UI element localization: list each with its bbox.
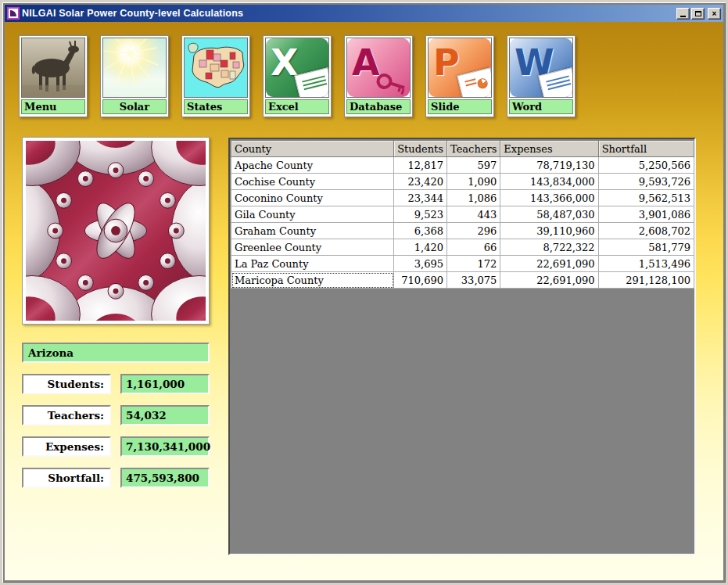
cell-shortfall[interactable]: 9,562,513 xyxy=(598,190,694,206)
cell-shortfall[interactable]: 581,779 xyxy=(598,239,694,256)
menu-button-label: Menu xyxy=(21,99,85,114)
cell-teachers[interactable]: 66 xyxy=(447,239,500,256)
cell-expenses[interactable]: 58,487,030 xyxy=(500,206,598,223)
cell-students[interactable]: 710,690 xyxy=(394,272,447,289)
powerpoint-page-glyph xyxy=(457,67,491,97)
cell-shortfall[interactable]: 291,128,100 xyxy=(598,272,694,289)
us-map-icon xyxy=(184,38,248,98)
cell-county[interactable]: La Paz County xyxy=(231,256,394,272)
database-button[interactable]: A Database xyxy=(344,35,413,117)
shortfall-value: 475,593,800 xyxy=(120,468,210,488)
table-row[interactable]: Apache County 12,817 597 78,719,130 5,25… xyxy=(231,157,694,174)
cell-expenses[interactable]: 22,691,090 xyxy=(500,256,598,272)
powerpoint-letter: P xyxy=(433,38,460,89)
teachers-value: 54,032 xyxy=(120,405,210,425)
menu-button[interactable]: Menu xyxy=(19,35,88,117)
slide-button[interactable]: P Slide xyxy=(425,35,494,117)
word-button[interactable]: W Word xyxy=(507,35,576,117)
excel-icon: X xyxy=(265,38,329,98)
cell-expenses[interactable]: 143,834,000 xyxy=(500,174,598,190)
title-bar: NILGAI Solar Power County-level Calculat… xyxy=(5,5,723,22)
cell-students[interactable]: 23,344 xyxy=(394,190,447,206)
maximize-icon xyxy=(695,11,701,16)
cell-teachers[interactable]: 597 xyxy=(447,157,500,174)
cell-shortfall[interactable]: 5,250,566 xyxy=(598,157,694,174)
access-icon: A xyxy=(346,38,411,98)
cell-students[interactable]: 1,420 xyxy=(394,239,447,256)
table-row[interactable]: Coconino County 23,344 1,086 143,366,000… xyxy=(231,190,694,206)
solar-button-label: Solar xyxy=(102,99,167,114)
table-row[interactable]: Graham County 6,368 296 39,110,960 2,608… xyxy=(231,223,694,239)
minimize-icon xyxy=(680,16,686,17)
cell-shortfall[interactable]: 1,513,496 xyxy=(598,256,694,272)
header-students: Students xyxy=(394,141,447,157)
cell-teachers[interactable]: 1,086 xyxy=(447,190,500,206)
header-teachers: Teachers xyxy=(447,141,500,157)
slide-button-label: Slide xyxy=(428,99,492,114)
minimize-button[interactable] xyxy=(676,8,690,20)
students-label: Students: xyxy=(22,374,111,394)
table-row[interactable]: Greenlee County 1,420 66 8,722,322 581,7… xyxy=(231,239,694,256)
states-button[interactable]: States xyxy=(181,35,250,117)
county-grid-panel[interactable]: County Students Teachers Expenses Shortf… xyxy=(228,138,696,555)
excel-button-label: Excel xyxy=(265,99,329,114)
cell-county[interactable]: Gila County xyxy=(231,206,394,223)
cell-students[interactable]: 6,368 xyxy=(394,223,447,239)
sun-icon xyxy=(102,38,167,98)
cell-county[interactable]: Cochise County xyxy=(231,174,394,190)
excel-button[interactable]: X Excel xyxy=(263,35,332,117)
cell-teachers[interactable]: 443 xyxy=(447,206,500,223)
teachers-label: Teachers: xyxy=(22,405,111,425)
close-button[interactable]: × xyxy=(708,8,721,20)
cell-county-selected[interactable]: Maricopa County xyxy=(231,272,394,289)
state-name-label: Arizona xyxy=(22,343,210,363)
table-row[interactable]: Cochise County 23,420 1,090 143,834,000 … xyxy=(231,174,694,190)
excel-page-glyph xyxy=(294,67,328,97)
expenses-value: 7,130,341,000 xyxy=(120,436,210,457)
word-icon: W xyxy=(509,38,573,98)
cell-shortfall[interactable]: 3,901,086 xyxy=(598,206,694,223)
cell-students[interactable]: 3,695 xyxy=(394,256,447,272)
cell-expenses[interactable]: 8,722,322 xyxy=(500,239,598,256)
cell-county[interactable]: Apache County xyxy=(231,157,394,174)
maximize-button[interactable] xyxy=(691,8,705,20)
cell-county[interactable]: Coconino County xyxy=(231,190,394,206)
cell-teachers[interactable]: 1,090 xyxy=(447,174,500,190)
cell-shortfall[interactable]: 9,593,726 xyxy=(598,174,694,190)
header-county: County xyxy=(231,141,394,157)
cell-teachers[interactable]: 296 xyxy=(447,223,500,239)
states-button-label: States xyxy=(184,99,248,114)
cell-expenses[interactable]: 78,719,130 xyxy=(500,157,598,174)
shortfall-label: Shortfall: xyxy=(22,468,111,488)
county-table[interactable]: County Students Teachers Expenses Shortf… xyxy=(231,140,694,289)
database-button-label: Database xyxy=(346,99,411,114)
table-row[interactable]: La Paz County 3,695 172 22,691,090 1,513… xyxy=(231,256,694,272)
key-icon xyxy=(375,70,410,96)
cell-teachers[interactable]: 33,075 xyxy=(447,272,500,289)
students-value: 1,161,000 xyxy=(120,374,210,394)
cell-expenses[interactable]: 39,110,960 xyxy=(500,223,598,239)
cell-students[interactable]: 9,523 xyxy=(394,206,447,223)
cell-students[interactable]: 12,817 xyxy=(394,157,447,174)
expenses-label: Expenses: xyxy=(22,436,111,457)
word-button-label: Word xyxy=(509,99,573,114)
table-header-row: County Students Teachers Expenses Shortf… xyxy=(231,141,694,157)
header-expenses: Expenses xyxy=(500,141,598,157)
cell-county[interactable]: Graham County xyxy=(231,223,394,239)
table-row[interactable]: Gila County 9,523 443 58,487,030 3,901,0… xyxy=(231,206,694,223)
app-icon xyxy=(7,7,20,20)
solar-button[interactable]: Solar xyxy=(100,35,169,117)
powerpoint-icon: P xyxy=(428,38,492,98)
excel-letter: X xyxy=(271,38,298,89)
table-row-selected[interactable]: Maricopa County 710,690 33,075 22,691,09… xyxy=(231,272,694,289)
cell-expenses[interactable]: 143,366,000 xyxy=(500,190,598,206)
window-title: NILGAI Solar Power County-level Calculat… xyxy=(22,8,676,19)
header-shortfall: Shortfall xyxy=(598,141,694,157)
cell-students[interactable]: 23,420 xyxy=(394,174,447,190)
cell-teachers[interactable]: 172 xyxy=(447,256,500,272)
cell-shortfall[interactable]: 2,608,702 xyxy=(598,223,694,239)
cell-county[interactable]: Greenlee County xyxy=(231,239,394,256)
fractal-image xyxy=(22,137,210,325)
cell-expenses[interactable]: 22,691,090 xyxy=(500,272,598,289)
nilgai-photo-icon xyxy=(21,38,85,98)
